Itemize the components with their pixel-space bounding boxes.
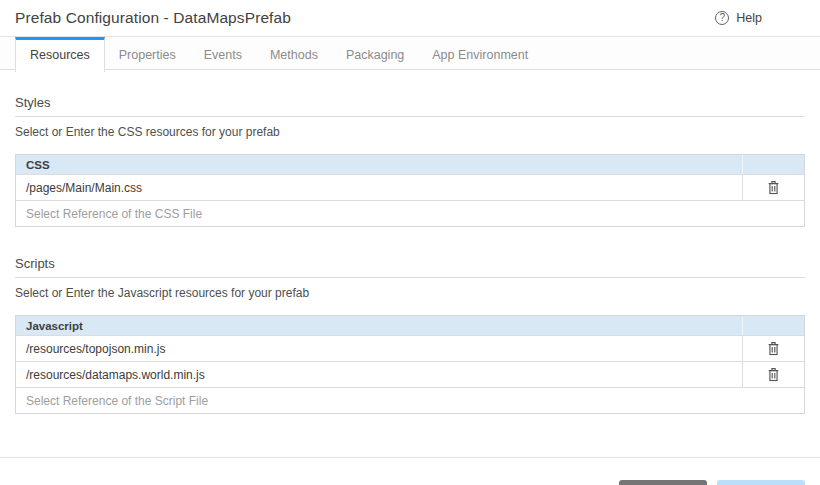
resources-panel: Styles Select or Enter the CSS resources… [0, 95, 820, 414]
tab-methods[interactable]: Methods [256, 37, 332, 69]
script-resources-table: Javascript /resources/topojson.min.js /r… [15, 315, 805, 414]
script-action-column-header [742, 316, 804, 335]
delete-script-resource-button[interactable] [765, 339, 782, 358]
page-title: Prefab Configuration - DataMapsPrefab [15, 9, 715, 27]
css-reference-input[interactable]: Select Reference of the CSS File [16, 200, 804, 226]
css-row-actions [742, 175, 804, 200]
help-label: Help [736, 11, 762, 25]
delete-script-resource-button[interactable] [765, 365, 782, 384]
css-resources-table: CSS /pages/Main/Main.css Select Referenc… [15, 154, 805, 227]
table-row: /resources/topojson.min.js [16, 335, 804, 361]
script-table-header-row: Javascript [16, 316, 804, 335]
scripts-section-heading: Scripts [15, 256, 805, 278]
styles-section-heading: Styles [15, 95, 805, 117]
script-row-actions [742, 336, 804, 361]
trash-icon [767, 180, 780, 195]
save-button[interactable]: Save [717, 480, 805, 485]
css-action-column-header [742, 155, 804, 174]
footer-actions: Cancel Save [0, 458, 820, 485]
dialog-header: Prefab Configuration - DataMapsPrefab ? … [0, 0, 820, 37]
script-row-actions [742, 362, 804, 387]
tab-properties[interactable]: Properties [105, 37, 190, 69]
delete-css-resource-button[interactable] [765, 178, 782, 197]
css-table-header-row: CSS [16, 155, 804, 174]
tab-bar: Resources Properties Events Methods Pack… [0, 37, 820, 70]
css-resource-value[interactable]: /pages/Main/Main.css [16, 175, 742, 200]
script-resource-value[interactable]: /resources/topojson.min.js [16, 336, 742, 361]
trash-icon [767, 341, 780, 356]
help-button[interactable]: ? Help [715, 11, 762, 25]
tab-packaging[interactable]: Packaging [332, 37, 418, 69]
css-column-header: CSS [16, 155, 742, 174]
script-reference-input[interactable]: Select Reference of the Script File [16, 387, 804, 413]
cancel-button[interactable]: Cancel [619, 480, 707, 485]
table-row: /pages/Main/Main.css [16, 174, 804, 200]
table-row: /resources/datamaps.world.min.js [16, 361, 804, 387]
help-question-icon: ? [715, 11, 729, 25]
scripts-section-subtitle: Select or Enter the Javascript resources… [15, 286, 805, 300]
styles-section-subtitle: Select or Enter the CSS resources for yo… [15, 125, 805, 139]
trash-icon [767, 367, 780, 382]
script-resource-value[interactable]: /resources/datamaps.world.min.js [16, 362, 742, 387]
javascript-column-header: Javascript [16, 316, 742, 335]
tab-app-environment[interactable]: App Environment [418, 37, 542, 69]
tab-events[interactable]: Events [190, 37, 256, 69]
tab-resources[interactable]: Resources [15, 37, 105, 72]
